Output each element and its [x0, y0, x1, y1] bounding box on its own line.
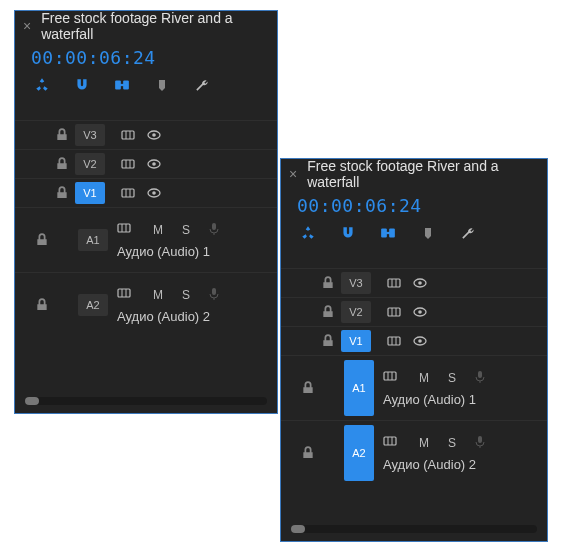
toggle-track-output-icon[interactable] [407, 276, 433, 290]
voiceover-record-icon[interactable] [473, 434, 487, 451]
audio-controls-row: M S [117, 286, 277, 303]
video-track-row: V2 [15, 149, 277, 178]
track-header[interactable]: V1 [75, 182, 105, 204]
lock-icon[interactable] [301, 444, 315, 462]
lock-icon[interactable] [35, 231, 49, 249]
toggle-sync-lock-icon[interactable] [115, 186, 141, 200]
linked-selection-icon[interactable] [113, 76, 131, 94]
solo-button[interactable]: S [445, 371, 459, 385]
toggle-sync-lock-icon[interactable] [381, 276, 407, 290]
close-icon[interactable]: × [289, 166, 297, 182]
audio-controls-row: M S [383, 369, 547, 386]
toggle-sync-lock-icon[interactable] [383, 369, 403, 386]
settings-wrench-icon[interactable] [459, 224, 477, 242]
voiceover-record-icon[interactable] [207, 286, 221, 303]
toggle-sync-lock-icon[interactable] [115, 157, 141, 171]
lock-icon[interactable] [321, 303, 341, 321]
snap-icon[interactable] [73, 76, 91, 94]
voiceover-record-icon[interactable] [207, 221, 221, 238]
toggle-sync-lock-icon[interactable] [117, 286, 137, 303]
track-header[interactable]: A2 [78, 294, 108, 316]
track-header[interactable]: A1 [344, 360, 374, 416]
close-icon[interactable]: × [23, 18, 31, 34]
horizontal-scrollbar[interactable] [25, 397, 267, 405]
solo-button[interactable]: S [445, 436, 459, 450]
toggle-track-output-icon[interactable] [141, 128, 167, 142]
track-header[interactable]: V1 [341, 330, 371, 352]
mute-button[interactable]: M [151, 223, 165, 237]
marker-icon[interactable] [153, 76, 171, 94]
tracks-area: V3 V2 V1 A1 M S [281, 268, 547, 485]
timeline-panel-after: × Free stock footage River and a waterfa… [280, 158, 548, 542]
scrollbar-thumb[interactable] [291, 525, 305, 533]
track-header[interactable]: A2 [344, 425, 374, 481]
toggle-sync-lock-icon[interactable] [115, 128, 141, 142]
timecode-display[interactable]: 00:00:06:24 [15, 41, 277, 70]
timecode-display[interactable]: 00:00:06:24 [281, 189, 547, 218]
voiceover-record-icon[interactable] [473, 369, 487, 386]
marker-icon[interactable] [419, 224, 437, 242]
video-track-row: V2 [281, 297, 547, 326]
timeline-toolbar [281, 218, 547, 252]
lock-icon[interactable] [55, 155, 75, 173]
lock-icon[interactable] [55, 184, 75, 202]
linked-selection-icon[interactable] [379, 224, 397, 242]
track-header[interactable]: V2 [75, 153, 105, 175]
insert-overwrite-icon[interactable] [299, 224, 317, 242]
panel-titlebar: × Free stock footage River and a waterfa… [281, 159, 547, 189]
toggle-track-output-icon[interactable] [407, 305, 433, 319]
mute-button[interactable]: M [417, 436, 431, 450]
track-header[interactable]: V2 [341, 301, 371, 323]
audio-controls-row: M S [117, 221, 277, 238]
toggle-track-output-icon[interactable] [407, 334, 433, 348]
lock-icon[interactable] [321, 332, 341, 350]
audio-track-name: Аудио (Audio) 1 [117, 244, 277, 259]
panel-titlebar: × Free stock footage River and a waterfa… [15, 11, 277, 41]
tracks-area: V3 V2 V1 A1 M S [15, 120, 277, 337]
mute-button[interactable]: M [417, 371, 431, 385]
audio-controls-row: M S [383, 434, 547, 451]
toggle-sync-lock-icon[interactable] [383, 434, 403, 451]
lock-icon[interactable] [35, 296, 49, 314]
insert-overwrite-icon[interactable] [33, 76, 51, 94]
video-track-row: V3 [281, 268, 547, 297]
video-track-row: V3 [15, 120, 277, 149]
toggle-sync-lock-icon[interactable] [117, 221, 137, 238]
toggle-sync-lock-icon[interactable] [381, 334, 407, 348]
toggle-track-output-icon[interactable] [141, 157, 167, 171]
track-header[interactable]: V3 [75, 124, 105, 146]
timeline-panel-before: × Free stock footage River and a waterfa… [14, 10, 278, 414]
lock-icon[interactable] [301, 379, 315, 397]
video-track-row: V1 [15, 178, 277, 207]
audio-track-row: A2 M S Аудио (Audio) 2 [281, 420, 547, 485]
audio-track-row: A1 M S Аудио (Audio) 1 [281, 355, 547, 420]
audio-track-row: A1 M S Аудио (Audio) 1 [15, 207, 277, 272]
track-header[interactable]: A1 [78, 229, 108, 251]
panel-title: Free stock footage River and a waterfall [41, 10, 277, 42]
snap-icon[interactable] [339, 224, 357, 242]
solo-button[interactable]: S [179, 288, 193, 302]
timeline-toolbar [15, 70, 277, 104]
toggle-track-output-icon[interactable] [141, 186, 167, 200]
track-header[interactable]: V3 [341, 272, 371, 294]
audio-track-name: Аудио (Audio) 2 [117, 309, 277, 324]
mute-button[interactable]: M [151, 288, 165, 302]
toggle-sync-lock-icon[interactable] [381, 305, 407, 319]
horizontal-scrollbar[interactable] [291, 525, 537, 533]
audio-track-row: A2 M S Аудио (Audio) 2 [15, 272, 277, 337]
lock-icon[interactable] [55, 126, 75, 144]
video-track-row: V1 [281, 326, 547, 355]
solo-button[interactable]: S [179, 223, 193, 237]
lock-icon[interactable] [321, 274, 341, 292]
scrollbar-thumb[interactable] [25, 397, 39, 405]
panel-title: Free stock footage River and a waterfall [307, 158, 547, 190]
audio-track-name: Аудио (Audio) 1 [383, 392, 547, 407]
settings-wrench-icon[interactable] [193, 76, 211, 94]
audio-track-name: Аудио (Audio) 2 [383, 457, 547, 472]
